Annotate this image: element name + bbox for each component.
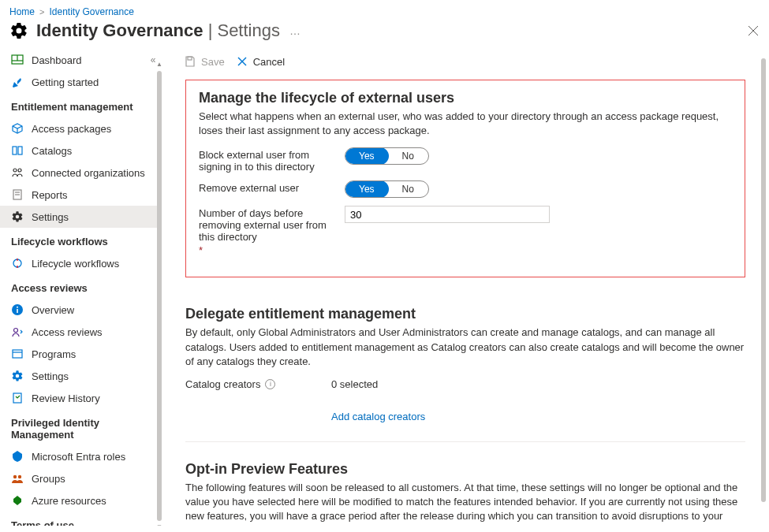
svg-point-21: [18, 475, 21, 478]
sidebar-item-label: Lifecycle workflows: [32, 258, 119, 270]
sidebar-item-overview[interactable]: Overview: [0, 299, 162, 321]
cancel-icon: [236, 55, 248, 68]
sidebar-item-dashboard[interactable]: Dashboard: [0, 49, 162, 71]
sidebar-item-review-history[interactable]: Review History: [0, 387, 162, 409]
sidebar: « ▲ ▼ Dashboard Getting started Entitlem…: [0, 49, 162, 526]
delegate-title: Delegate entitlement management: [185, 306, 745, 322]
breadcrumb-home[interactable]: Home: [9, 6, 35, 17]
sidebar-item-label: Review History: [32, 392, 100, 404]
reports-icon: [11, 188, 24, 201]
add-catalog-creators-link[interactable]: Add catalog creators: [331, 411, 425, 422]
section-divider: [185, 441, 745, 442]
sidebar-item-label: Microsoft Entra roles: [32, 451, 125, 463]
cancel-button[interactable]: Cancel: [236, 55, 285, 68]
info-icon: [11, 303, 24, 316]
sidebar-item-connected-orgs[interactable]: Connected organizations: [0, 162, 162, 184]
svg-rect-22: [188, 57, 192, 60]
main-pane: Save Cancel Manage the lifecycle of exte…: [162, 49, 769, 526]
field-remove-user: Remove external user Yes No: [199, 180, 730, 198]
sidebar-item-access-reviews[interactable]: Access reviews: [0, 321, 162, 343]
save-icon: [184, 55, 196, 68]
info-icon[interactable]: i: [265, 379, 275, 389]
lifecycle-icon: [11, 257, 24, 270]
field-days-before-remove: Number of days before removing external …: [199, 206, 730, 256]
main-scrollbar[interactable]: [761, 58, 766, 502]
svg-rect-14: [17, 309, 18, 313]
sidebar-item-getting-started[interactable]: Getting started: [0, 71, 162, 93]
dashboard-icon: [11, 54, 24, 66]
sidebar-item-ar-settings[interactable]: Settings: [0, 365, 162, 387]
page-title: Identity Governance | Settings: [36, 20, 280, 41]
sidebar-item-label: Reports: [32, 189, 68, 201]
save-button: Save: [184, 55, 225, 68]
toggle-no[interactable]: No: [388, 181, 428, 197]
toggle-remove-user[interactable]: Yes No: [345, 180, 429, 198]
sidebar-item-label: Settings: [32, 211, 69, 223]
sidebar-item-groups[interactable]: Groups: [0, 467, 162, 489]
field-label: Block external user from signing in to t…: [199, 147, 329, 173]
toggle-yes[interactable]: Yes: [345, 147, 389, 165]
svg-point-15: [17, 307, 18, 308]
getting-started-icon: [11, 76, 24, 88]
entra-roles-icon: [11, 450, 24, 463]
required-asterisk: *: [199, 244, 329, 256]
azure-icon: [11, 494, 24, 507]
sidebar-item-settings[interactable]: Settings: [0, 206, 162, 228]
sidebar-section-entitlement: Entitlement management: [0, 93, 162, 117]
connected-orgs-icon: [11, 166, 24, 179]
optin-section: Opt-in Preview Features The following fe…: [185, 461, 745, 526]
sidebar-item-reports[interactable]: Reports: [0, 184, 162, 206]
sidebar-item-lifecycle-workflows[interactable]: Lifecycle workflows: [0, 252, 162, 274]
catalog-creators-value: 0 selected: [331, 378, 378, 390]
chevron-right-icon: >: [39, 7, 44, 17]
sidebar-item-access-packages[interactable]: Access packages: [0, 117, 162, 140]
lifecycle-section: Manage the lifecycle of external users S…: [185, 80, 745, 277]
toggle-yes[interactable]: Yes: [345, 180, 389, 198]
field-block-signin: Block external user from signing in to t…: [199, 147, 730, 173]
svg-rect-5: [13, 147, 17, 154]
sidebar-item-programs[interactable]: Programs: [0, 343, 162, 365]
package-icon: [11, 122, 24, 135]
svg-rect-6: [18, 147, 22, 154]
sidebar-item-label: Programs: [32, 348, 76, 360]
delegate-section: Delegate entitlement management By defau…: [185, 306, 745, 422]
sidebar-item-azure-resources[interactable]: Azure resources: [0, 489, 162, 512]
sidebar-item-label: Groups: [32, 473, 65, 485]
svg-point-20: [13, 475, 17, 478]
days-input[interactable]: [345, 206, 550, 223]
sidebar-item-label: Access reviews: [32, 326, 103, 338]
page-header: Identity Governance | Settings …: [0, 20, 769, 49]
lifecycle-desc: Select what happens when an external use…: [199, 110, 730, 138]
sidebar-item-label: Connected organizations: [32, 167, 145, 179]
sidebar-item-label: Settings: [32, 370, 69, 382]
sidebar-item-entra-roles[interactable]: Microsoft Entra roles: [0, 445, 162, 467]
sidebar-item-label: Azure resources: [32, 495, 106, 507]
toggle-block-signin[interactable]: Yes No: [345, 147, 429, 165]
sidebar-section-pim: Privileged Identity Management: [0, 409, 162, 445]
sidebar-section-tou: Terms of use: [0, 512, 162, 526]
toggle-no[interactable]: No: [388, 148, 428, 164]
svg-point-7: [13, 169, 17, 172]
settings-gear-icon: [11, 210, 24, 223]
gear-icon: [9, 21, 28, 40]
scroll-up-icon[interactable]: ▲: [156, 61, 162, 68]
more-icon[interactable]: …: [289, 24, 301, 37]
svg-rect-17: [13, 350, 22, 358]
sidebar-item-catalogs[interactable]: Catalogs: [0, 140, 162, 162]
sidebar-item-label: Dashboard: [32, 54, 82, 66]
optin-title: Opt-in Preview Features: [185, 461, 745, 478]
catalog-creators-label: Catalog creators i: [185, 378, 315, 390]
catalog-icon: [11, 144, 24, 157]
history-icon: [11, 392, 24, 404]
sidebar-item-label: Getting started: [32, 76, 99, 88]
field-label: Remove external user: [199, 180, 329, 194]
sidebar-item-label: Catalogs: [32, 145, 72, 157]
sidebar-item-label: Access packages: [32, 123, 111, 135]
catalog-creators-row: Catalog creators i 0 selected: [185, 378, 745, 390]
scroll-down-icon[interactable]: ▼: [156, 524, 162, 526]
svg-point-16: [14, 329, 18, 333]
groups-icon: [11, 472, 24, 485]
close-icon[interactable]: [747, 24, 760, 37]
delegate-desc: By default, only Global Administrators a…: [185, 326, 745, 369]
breadcrumb-identity-governance[interactable]: Identity Governance: [49, 6, 133, 17]
